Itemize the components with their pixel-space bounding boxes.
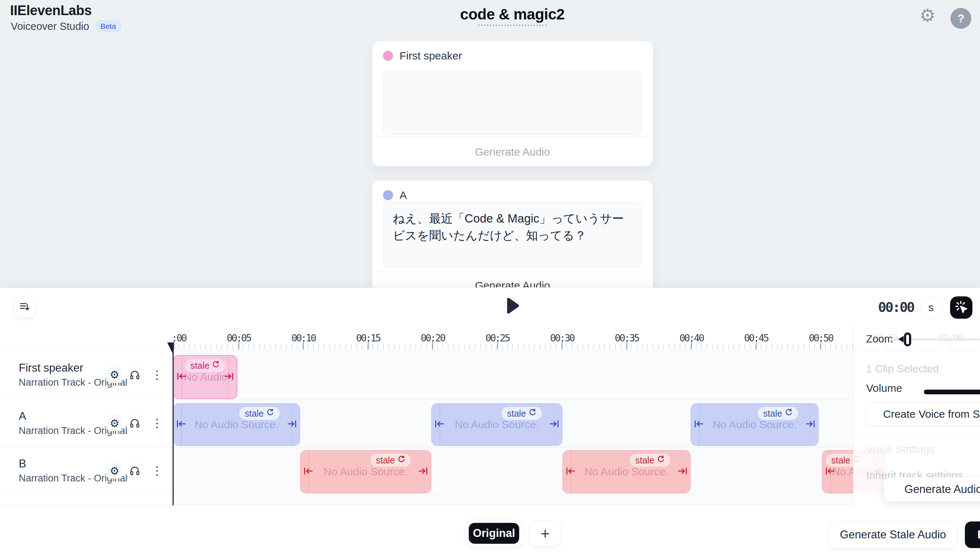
generate-stale-audio-button[interactable]: Generate Stale Audio xyxy=(829,521,957,548)
trim-start-handle[interactable] xyxy=(825,467,836,477)
snap-cursor-button[interactable] xyxy=(950,296,972,319)
ruler-label: 00:45 xyxy=(744,332,768,344)
trim-start-handle[interactable] xyxy=(693,420,705,430)
generate-audio-panel-button[interactable]: Generate Audio xyxy=(884,477,980,501)
track-solo-headphones-icon[interactable] xyxy=(127,367,143,383)
ruler-label: 00:30 xyxy=(550,332,574,344)
audio-clip[interactable]: staleNo Audio Source. xyxy=(173,403,300,446)
audio-clip[interactable]: staleNo Audio Source. xyxy=(173,355,237,399)
track-more-menu-icon[interactable]: ⋮ xyxy=(149,463,165,478)
track-header: First speakerNarration Track - Original⚙… xyxy=(0,350,173,399)
track-header: BNarration Track - Original⚙⋮ xyxy=(0,447,173,495)
clip-label: No Audio Source. xyxy=(184,371,227,383)
speaker-color-dot xyxy=(383,190,393,200)
trim-end-handle[interactable] xyxy=(224,372,234,382)
audio-clip[interactable]: staleNo Audio Source. xyxy=(562,450,691,493)
trim-start-handle[interactable] xyxy=(303,467,314,477)
tracks-area: staleNo Audio Source.staleNo Audio Sourc… xyxy=(0,350,980,505)
help-icon[interactable]: ? xyxy=(951,8,971,29)
speaker-card-a: A ねえ、最近「Code & Magic」っていうサービスを聞いたんだけど、知っ… xyxy=(372,180,653,299)
trim-end-handle[interactable] xyxy=(677,467,688,477)
stale-badge: stale xyxy=(185,359,225,372)
timeline-menu-button[interactable] xyxy=(15,297,35,318)
ruler-label: 00:15 xyxy=(356,332,380,344)
script-textarea[interactable]: ねえ、最近「Code & Magic」っていうサービスを聞いたんだけど、知ってる… xyxy=(383,202,642,268)
clip-label: No Audio Source. xyxy=(573,465,680,478)
trim-end-handle[interactable] xyxy=(287,420,297,430)
clip-label: No Audio Source. xyxy=(311,465,421,478)
track-solo-headphones-icon[interactable] xyxy=(127,415,143,431)
track-more-menu-icon[interactable]: ⋮ xyxy=(149,415,165,431)
project-title-wrap[interactable]: code & magic2 xyxy=(460,6,565,26)
track-settings-gear-icon[interactable]: ⚙ xyxy=(107,415,123,431)
clip-label: No Audio Source. xyxy=(701,419,808,431)
volume-slider[interactable] xyxy=(924,390,980,394)
trim-start-handle[interactable] xyxy=(434,420,445,430)
time-unit-button[interactable]: s xyxy=(921,297,941,318)
stale-badge-label: stale xyxy=(507,408,526,419)
track-solo-headphones-icon[interactable] xyxy=(127,463,143,478)
row-separator xyxy=(0,399,980,400)
track-header: ANarration Track - Original⚙⋮ xyxy=(0,399,173,447)
refresh-icon xyxy=(528,408,536,419)
track-headers: First speakerNarration Track - Original⚙… xyxy=(0,350,173,505)
row-separator xyxy=(0,447,980,447)
audio-clip[interactable]: staleNo Audio Source. xyxy=(300,450,431,493)
export-button[interactable]: E xyxy=(965,521,980,548)
add-version-button[interactable]: + xyxy=(530,521,560,546)
stale-badge-label: stale xyxy=(763,408,782,419)
stale-badge: stale xyxy=(758,407,798,420)
settings-gear-icon[interactable]: ⚙ xyxy=(920,6,936,24)
audio-clip[interactable]: staleNo Audio Source. xyxy=(431,403,562,446)
ruler-label: 00:20 xyxy=(421,332,445,344)
cursor-click-icon xyxy=(954,300,968,315)
stale-badge-label: stale xyxy=(376,455,395,465)
zoom-slider-arrow-icon xyxy=(898,336,904,343)
voice-settings-heading: Voice Settings xyxy=(866,443,935,456)
stale-badge-label: stale xyxy=(191,360,210,371)
volume-label: Volume xyxy=(866,382,902,394)
audio-clip[interactable]: staleNo Audio Source. xyxy=(691,403,819,446)
inspector-separator xyxy=(854,351,980,351)
refresh-icon xyxy=(785,408,793,419)
ruler-label: 00:05 xyxy=(227,332,250,344)
create-voice-button[interactable]: Create Voice from Sele xyxy=(866,403,980,425)
product-name: Voiceover Studio xyxy=(11,21,89,32)
trim-start-handle[interactable] xyxy=(176,372,187,382)
refresh-icon xyxy=(657,455,665,465)
play-button[interactable] xyxy=(504,297,521,315)
speaker-card-first-speaker: First speaker Generate Audio xyxy=(372,41,653,166)
zoom-slider-handle[interactable] xyxy=(904,332,911,346)
trim-start-handle[interactable] xyxy=(565,467,576,477)
track-more-menu-icon[interactable]: ⋮ xyxy=(149,367,165,383)
app-logo: IIElevenLabs xyxy=(10,3,92,18)
stale-badge: stale xyxy=(630,454,670,467)
script-textarea[interactable] xyxy=(383,71,642,135)
speaker-name: First speaker xyxy=(400,50,462,62)
generate-audio-button[interactable]: Generate Audio xyxy=(475,146,550,158)
row-separator xyxy=(0,505,980,505)
track-settings-gear-icon[interactable]: ⚙ xyxy=(107,463,123,478)
playhead-line[interactable] xyxy=(173,343,174,505)
trim-start-handle[interactable] xyxy=(176,420,186,430)
ruler-label: 00:35 xyxy=(615,332,638,344)
refresh-icon xyxy=(212,360,220,371)
refresh-icon xyxy=(266,408,274,419)
inspector-separator xyxy=(854,435,980,435)
track-settings-gear-icon[interactable]: ⚙ xyxy=(107,367,123,383)
trim-end-handle[interactable] xyxy=(418,467,428,477)
version-tab-original[interactable]: Original xyxy=(469,523,519,544)
clipped-toolbar-button[interactable] xyxy=(976,296,980,319)
title-dotted-underline xyxy=(478,24,547,26)
product-row: Voiceover Studio Beta xyxy=(11,20,121,32)
speaker-color-dot xyxy=(383,51,393,61)
speaker-name: A xyxy=(400,189,407,201)
playhead-time-display: 00:00 xyxy=(878,299,914,315)
clip-label: No Audio Source. xyxy=(183,419,290,431)
clip-label: No Audio Source. xyxy=(442,419,552,431)
trim-end-handle[interactable] xyxy=(549,420,560,430)
timeline-panel: 00:00 s 00:0000:0500:1000:1500:2000:2500… xyxy=(0,288,980,556)
project-title[interactable]: code & magic2 xyxy=(460,6,565,23)
row-separator xyxy=(0,495,980,495)
trim-end-handle[interactable] xyxy=(805,420,816,430)
